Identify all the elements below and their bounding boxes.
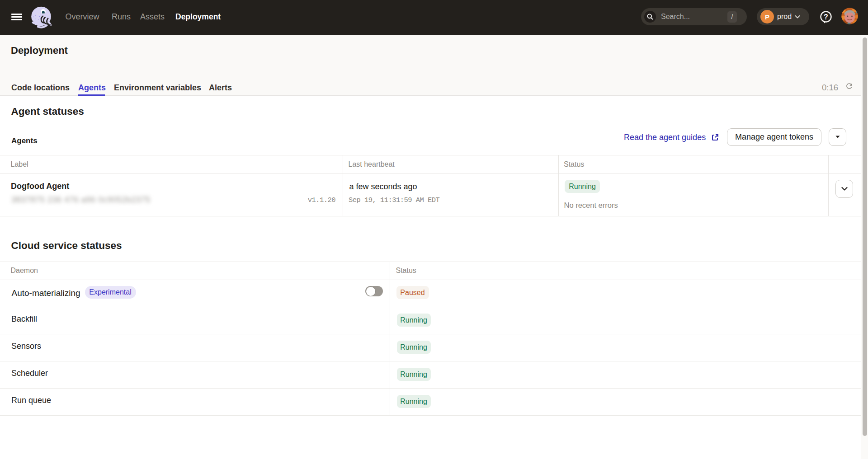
svg-text:?: ? [824, 13, 828, 21]
